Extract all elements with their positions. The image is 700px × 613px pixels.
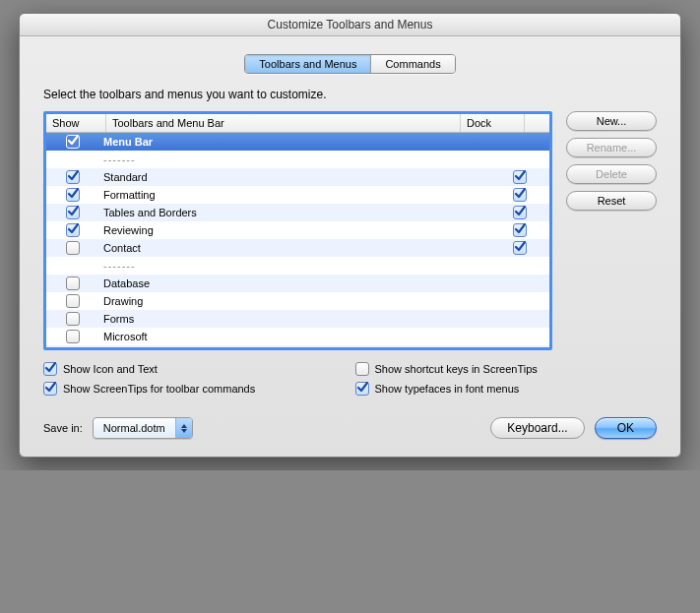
typefaces-label: Show typefaces in font menus	[375, 383, 520, 395]
checkbox-icon[interactable]	[513, 241, 527, 255]
table-row[interactable]: Formatting	[46, 186, 549, 204]
table-row[interactable]: AutoText	[46, 345, 549, 347]
row-name-label: Microsoft	[99, 331, 490, 342]
col-dock-header[interactable]: Dock	[461, 114, 525, 132]
checkbox-icon[interactable]	[66, 135, 80, 149]
options-area: Show Icon and Text Show ScreenTips for t…	[43, 362, 657, 401]
tab-commands[interactable]: Commands	[370, 55, 454, 73]
table-row[interactable]: Microsoft	[46, 328, 549, 345]
list-body[interactable]: Menu Bar-------StandardFormattingTables …	[46, 133, 549, 347]
screentips-label: Show ScreenTips for toolbar commands	[63, 383, 255, 395]
dialog-footer: Save in: Normal.dotm Keyboard... OK	[20, 405, 680, 457]
table-row[interactable]: Forms	[46, 310, 549, 328]
reset-button[interactable]: Reset	[566, 191, 657, 211]
option-checkbox[interactable]	[355, 382, 369, 396]
table-row[interactable]: Contact	[46, 239, 549, 257]
keyboard-button[interactable]: Keyboard...	[490, 417, 584, 439]
option-checkbox[interactable]	[355, 362, 369, 376]
table-row[interactable]: Database	[46, 275, 549, 292]
checkbox-icon[interactable]	[66, 206, 80, 219]
checkbox-icon[interactable]	[66, 276, 80, 290]
checkbox-icon[interactable]	[66, 223, 80, 237]
table-row[interactable]: Drawing	[46, 292, 549, 310]
delete-button[interactable]: Delete	[566, 164, 657, 184]
table-row[interactable]: Reviewing	[46, 221, 549, 239]
icon-text-label: Show Icon and Text	[63, 363, 158, 375]
checkbox-icon[interactable]	[66, 312, 80, 326]
rename-button[interactable]: Rename...	[566, 138, 657, 157]
ok-button[interactable]: OK	[595, 417, 657, 439]
window-title: Customize Toolbars and Menus	[20, 14, 680, 36]
option-checkbox[interactable]	[43, 382, 57, 396]
checkbox-icon[interactable]	[513, 170, 527, 184]
row-name-label: Formatting	[99, 189, 490, 201]
tab-toolbars-and-menus[interactable]: Toolbars and Menus	[245, 55, 370, 73]
table-row[interactable]: Standard	[46, 168, 549, 186]
table-row[interactable]: -------	[46, 151, 549, 168]
row-name-label: Drawing	[99, 295, 490, 307]
row-name-label: Tables and Borders	[99, 207, 490, 218]
new-button[interactable]: New...	[566, 111, 657, 131]
tab-strip: Toolbars and MenusCommands	[43, 54, 657, 74]
dialog-content: Toolbars and MenusCommands Select the to…	[20, 36, 680, 405]
option-checkbox[interactable]	[43, 362, 57, 376]
instruction-text: Select the toolbars and menus you want t…	[43, 88, 657, 101]
dialog-window: Customize Toolbars and Menus Toolbars an…	[19, 13, 681, 458]
row-name-label: Reviewing	[99, 224, 490, 236]
shortcuts-label: Show shortcut keys in ScreenTips	[375, 363, 538, 375]
checkbox-icon[interactable]	[513, 188, 527, 202]
checkbox-icon[interactable]	[66, 188, 80, 202]
side-buttons: New... Rename... Delete Reset	[566, 111, 657, 350]
row-name-label: -------	[99, 153, 490, 165]
save-in-label: Save in:	[43, 422, 83, 434]
save-in-select[interactable]: Normal.dotm	[93, 417, 193, 439]
list-header: Show Toolbars and Menu Bar Dock	[46, 114, 549, 133]
row-name-label: Database	[99, 277, 490, 289]
checkbox-icon[interactable]	[66, 241, 80, 255]
row-name-label: -------	[99, 260, 490, 272]
row-name-label: Standard	[99, 171, 490, 183]
row-name-label: Forms	[99, 313, 490, 325]
checkbox-icon[interactable]	[513, 223, 527, 237]
col-name-header[interactable]: Toolbars and Menu Bar	[106, 114, 461, 132]
toolbar-list: Show Toolbars and Menu Bar Dock Menu Bar…	[43, 111, 552, 350]
checkbox-icon[interactable]	[513, 206, 527, 219]
table-row[interactable]: -------	[46, 257, 549, 275]
row-name-label: Contact	[99, 242, 490, 254]
table-row[interactable]: Tables and Borders	[46, 204, 549, 221]
save-in-value: Normal.dotm	[94, 422, 175, 434]
table-row[interactable]: Menu Bar	[46, 133, 549, 151]
checkbox-icon[interactable]	[66, 330, 80, 343]
col-show-header[interactable]: Show	[46, 114, 106, 132]
checkbox-icon[interactable]	[66, 294, 80, 308]
select-arrows-icon	[175, 418, 192, 438]
checkbox-icon[interactable]	[66, 170, 80, 184]
row-name-label: Menu Bar	[99, 136, 490, 148]
